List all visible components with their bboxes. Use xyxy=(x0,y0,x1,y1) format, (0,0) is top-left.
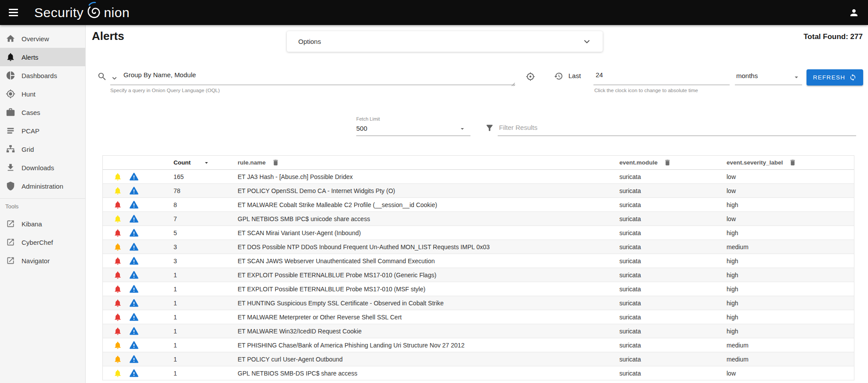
sidebar-item-administration[interactable]: Administration xyxy=(0,177,85,195)
alert-bell-icon[interactable] xyxy=(113,186,122,195)
count-value: 165 xyxy=(174,173,238,180)
sidebar-item-overview[interactable]: Overview xyxy=(0,29,85,48)
sidebar-item-cyberchef[interactable]: CyberChef xyxy=(0,233,85,251)
rule-name[interactable]: ET POLICY curl User-Agent Outbound xyxy=(238,356,619,363)
refresh-button[interactable]: REFRESH xyxy=(807,69,863,86)
filter-underline xyxy=(498,136,856,136)
sidebar-item-alerts[interactable]: Alerts xyxy=(0,48,85,66)
warning-triangle-icon[interactable] xyxy=(129,186,139,196)
rule-name[interactable]: ET MALWARE Win32/IcedID Request Cookie xyxy=(238,328,619,335)
count-value: 8 xyxy=(174,201,238,208)
alert-bell-icon[interactable] xyxy=(113,341,122,350)
warning-triangle-icon[interactable] xyxy=(129,312,139,322)
alert-bell-icon[interactable] xyxy=(113,327,122,336)
warning-triangle-icon[interactable] xyxy=(129,298,139,308)
event-module: suricata xyxy=(619,286,727,293)
warning-triangle-icon[interactable] xyxy=(129,340,139,350)
warning-triangle-icon[interactable] xyxy=(129,242,139,252)
user-account-icon[interactable] xyxy=(844,3,864,22)
alert-bell-icon[interactable] xyxy=(113,257,122,265)
rule-name[interactable]: ET EXPLOIT Possible ETERNALBLUE Probe MS… xyxy=(238,272,619,279)
sidebar-item-cases[interactable]: Cases xyxy=(0,103,85,122)
sidebar-item-dashboards[interactable]: Dashboards xyxy=(0,66,85,85)
unit-underline xyxy=(735,85,802,85)
sidebar-item-downloads[interactable]: Downloads xyxy=(0,158,85,177)
unit-caret-icon[interactable] xyxy=(792,73,800,81)
trash-icon[interactable] xyxy=(664,159,671,166)
severity-label: low xyxy=(727,215,854,222)
warning-triangle-icon[interactable] xyxy=(129,172,139,182)
rule-name[interactable]: ET SCAN JAWS Webserver Unauthenticated S… xyxy=(238,258,619,265)
trash-icon[interactable] xyxy=(272,159,279,166)
table-row: 1 ET EXPLOIT Possible ETERNALBLUE Probe … xyxy=(103,282,854,296)
alert-bell-icon[interactable] xyxy=(113,172,122,181)
rule-name[interactable]: ET PHISHING Chase/Bank of America Phishi… xyxy=(238,342,619,349)
severity-label: low xyxy=(727,370,854,377)
column-header-severity[interactable]: event.severity_label xyxy=(727,159,854,166)
alert-bell-icon[interactable] xyxy=(113,215,122,223)
fetch-limit-caret-icon[interactable] xyxy=(459,125,466,132)
history-clock-icon[interactable] xyxy=(554,72,563,82)
menu-icon[interactable] xyxy=(4,4,23,21)
sidebar-item-navigator[interactable]: Navigator xyxy=(0,251,85,270)
alert-bell-icon[interactable] xyxy=(113,243,122,251)
sidebar-item-hunt[interactable]: Hunt xyxy=(0,85,85,103)
shield-icon xyxy=(5,181,16,191)
external-link-icon xyxy=(5,237,16,247)
resize-handle-icon[interactable] xyxy=(511,80,515,88)
query-input[interactable] xyxy=(123,71,510,79)
sidebar-item-kibana[interactable]: Kibana xyxy=(0,215,85,233)
rule-name[interactable]: GPL NETBIOS SMB-DS IPC$ share access xyxy=(238,370,619,377)
fetch-limit-select[interactable]: 500 xyxy=(356,125,367,132)
column-header-event-module[interactable]: event.module xyxy=(619,159,727,166)
severity-label: high xyxy=(727,300,854,307)
table-header: Count rule.name event.module xyxy=(103,156,854,170)
rule-name[interactable]: GPL NETBIOS SMB IPC$ unicode share acces… xyxy=(238,215,619,222)
warning-triangle-icon[interactable] xyxy=(129,354,139,364)
count-value: 1 xyxy=(174,272,238,279)
warning-triangle-icon[interactable] xyxy=(129,200,139,210)
rule-name[interactable]: ET SCAN Mirai Variant User-Agent (Inboun… xyxy=(238,229,619,236)
alert-bell-icon[interactable] xyxy=(113,369,122,378)
column-header-rule-name[interactable]: rule.name xyxy=(238,159,619,166)
warning-triangle-icon[interactable] xyxy=(129,369,139,378)
alert-bell-icon[interactable] xyxy=(113,285,122,294)
unit-select[interactable]: months xyxy=(736,72,758,79)
rule-name[interactable]: ET MALWARE Meterpreter or Other Reverse … xyxy=(238,314,619,321)
alert-bell-icon[interactable] xyxy=(113,229,122,237)
search-icon[interactable] xyxy=(97,72,107,83)
warning-triangle-icon[interactable] xyxy=(129,214,139,224)
rule-name[interactable]: ET POLICY OpenSSL Demo CA - Internet Wid… xyxy=(238,187,619,194)
rule-name[interactable]: ET JA3 Hash - [Abuse.ch] Possible Dridex xyxy=(238,173,619,180)
warning-triangle-icon[interactable] xyxy=(129,284,139,294)
warning-triangle-icon[interactable] xyxy=(129,228,139,238)
warning-triangle-icon[interactable] xyxy=(129,270,139,280)
column-header-count[interactable]: Count xyxy=(174,159,238,166)
options-label: Options xyxy=(298,38,321,45)
warning-triangle-icon[interactable] xyxy=(129,326,139,336)
warning-triangle-icon[interactable] xyxy=(129,256,139,266)
rule-name[interactable]: ET EXPLOIT Possible ETERNALBLUE Probe MS… xyxy=(238,286,619,293)
alert-bell-icon[interactable] xyxy=(113,313,122,322)
target-icon[interactable] xyxy=(526,72,535,83)
refresh-icon xyxy=(849,74,857,81)
alert-bell-icon[interactable] xyxy=(113,200,122,209)
rule-name[interactable]: ET MALWARE Cobalt Strike Malleable C2 Pr… xyxy=(238,201,619,208)
trash-icon[interactable] xyxy=(789,159,796,166)
sidebar-item-grid[interactable]: Grid xyxy=(0,140,85,158)
rule-name[interactable]: ET DOS Possible NTP DDoS Inbound Frequen… xyxy=(238,243,619,251)
alert-bell-icon[interactable] xyxy=(113,299,122,308)
count-value: 1 xyxy=(174,286,238,293)
table-row: 1 GPL NETBIOS SMB-DS IPC$ share access s… xyxy=(103,366,854,380)
rule-name[interactable]: ET HUNTING Suspicious Empty SSL Certific… xyxy=(238,300,619,307)
external-link-icon xyxy=(5,218,16,229)
sidebar-item-pcap[interactable]: PCAP xyxy=(0,122,85,140)
event-module: suricata xyxy=(619,342,727,349)
duration-input[interactable] xyxy=(596,71,727,79)
table-row: 1 ET EXPLOIT Possible ETERNALBLUE Probe … xyxy=(103,268,854,282)
filter-results-input[interactable] xyxy=(499,124,850,131)
options-panel[interactable]: Options xyxy=(287,31,603,52)
alert-bell-icon[interactable] xyxy=(113,271,122,279)
alert-bell-icon[interactable] xyxy=(113,355,122,364)
query-dropdown-chevron-icon[interactable] xyxy=(111,75,118,83)
